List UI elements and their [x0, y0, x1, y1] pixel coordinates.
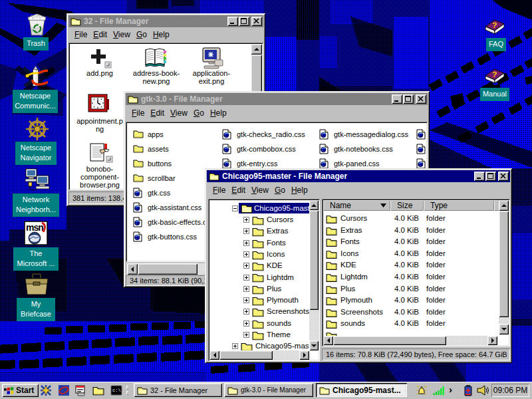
svg-text:?: ?	[492, 70, 497, 79]
svg-text:msn: msn	[26, 222, 43, 233]
svg-text:c:\: c:\	[112, 388, 121, 393]
svg-text:?: ?	[492, 21, 497, 30]
